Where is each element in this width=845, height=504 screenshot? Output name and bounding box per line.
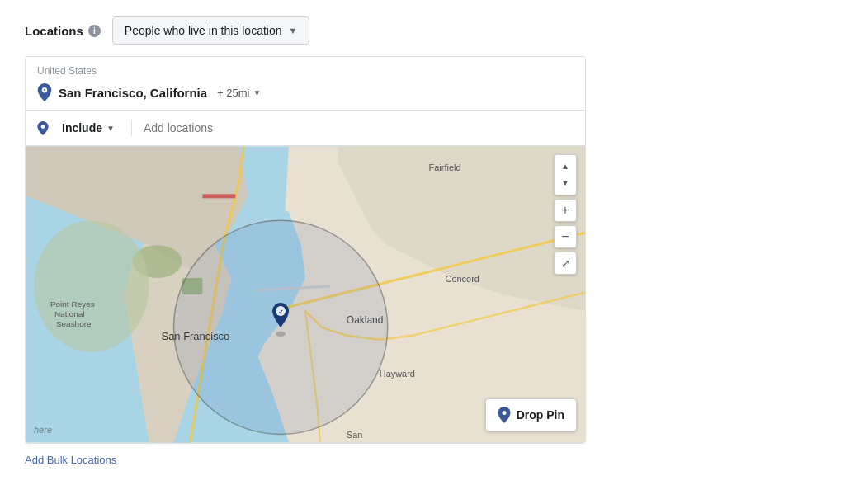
add-bulk-locations-link[interactable]: Add Bulk Locations [25, 454, 116, 466]
zoom-out-button[interactable]: − [554, 225, 577, 248]
svg-point-13 [34, 220, 149, 352]
svg-point-2 [41, 125, 45, 129]
add-locations-input[interactable] [144, 121, 574, 134]
radius-chevron-icon: ▼ [253, 88, 261, 97]
fullscreen-button[interactable]: ⤢ [554, 252, 577, 275]
svg-text:San: San [347, 430, 363, 440]
svg-text:Point Reyes: Point Reyes [50, 299, 95, 309]
zoom-in-button[interactable]: + [554, 199, 577, 222]
scroll-down-icon: ▼ [561, 179, 569, 187]
location-country: United States [37, 65, 574, 77]
scroll-up-icon: ▲ [561, 163, 569, 171]
map-container[interactable]: Fairfield Concord Oakland San Francisco … [26, 146, 585, 443]
location-type-dropdown[interactable]: People who live in this location ▼ [112, 16, 310, 45]
locations-text: Locations [25, 24, 83, 38]
include-row: Include ▼ [26, 111, 585, 146]
location-header: United States ✓ San Francisco, Californi… [26, 57, 585, 111]
svg-text:Fairfield: Fairfield [429, 163, 461, 172]
svg-text:✓: ✓ [43, 88, 47, 93]
radius-button[interactable]: + 25mi ▼ [214, 85, 264, 101]
include-label: Include [62, 121, 102, 134]
svg-rect-10 [202, 194, 235, 198]
drop-pin-icon [498, 407, 511, 423]
svg-text:Seashore: Seashore [56, 319, 92, 328]
svg-text:✓: ✓ [278, 309, 284, 316]
svg-point-27 [502, 411, 506, 415]
chevron-down-icon: ▼ [289, 26, 298, 35]
svg-point-24 [276, 332, 286, 337]
info-icon[interactable]: i [88, 25, 101, 37]
location-pin-icon: ✓ [37, 83, 52, 101]
include-button[interactable]: Include ▼ [57, 119, 120, 137]
include-chevron-icon: ▼ [106, 124, 115, 133]
drop-pin-label: Drop Pin [517, 408, 564, 422]
include-pin-icon [37, 121, 49, 135]
locations-header: Locations i People who live in this loca… [25, 16, 820, 45]
include-separator [131, 120, 132, 136]
svg-text:National: National [54, 309, 85, 318]
locations-label-group: Locations i [25, 24, 101, 38]
map-controls: ▲ ▼ + − ⤢ [554, 154, 577, 275]
location-box: United States ✓ San Francisco, Californi… [25, 56, 586, 444]
add-bulk-row: Add Bulk Locations [25, 452, 820, 467]
city-name: San Francisco, California [59, 86, 207, 100]
fullscreen-icon: ⤢ [561, 257, 570, 270]
map-scroll-control[interactable]: ▲ ▼ [554, 154, 577, 195]
dropdown-label: People who live in this location [125, 24, 282, 37]
radius-value: + 25mi [217, 87, 249, 99]
svg-text:Concord: Concord [446, 274, 479, 284]
svg-text:Hayward: Hayward [380, 369, 415, 379]
drop-pin-button[interactable]: Drop Pin [485, 398, 577, 431]
location-city-row: ✓ San Francisco, California + 25mi ▼ [37, 80, 574, 105]
